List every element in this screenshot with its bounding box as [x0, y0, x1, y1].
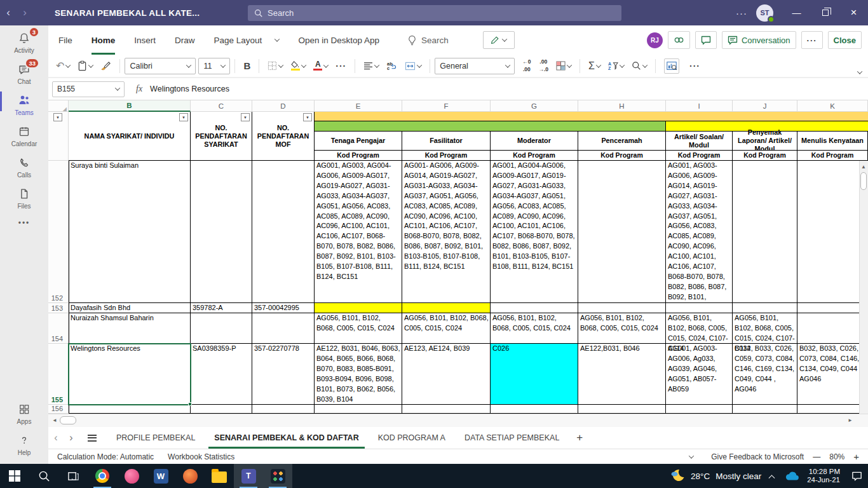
filter-button-B[interactable]: ▼ — [179, 113, 188, 121]
minimize-button[interactable]: — — [782, 0, 811, 25]
cell-D156[interactable] — [252, 405, 315, 414]
header-cell-F[interactable]: Fasilitator — [402, 132, 491, 151]
subheader-E[interactable]: Kod Program — [315, 151, 402, 161]
cell-E154[interactable]: AG056, B101, B102, B068, C005, C015, C02… — [315, 313, 402, 344]
workbook-statistics-button[interactable]: Workbook Statistics — [168, 452, 234, 461]
cell-B154[interactable]: Nuraizah Shamsul Baharin — [69, 313, 191, 344]
h-scrollbar[interactable] — [48, 414, 868, 427]
cell-C152[interactable] — [191, 161, 252, 303]
next-sheet-icon[interactable]: › — [64, 432, 79, 444]
cell-H153[interactable] — [578, 303, 666, 313]
cell-G154[interactable]: AG056, B101, B102, B068, C005, C015, C02… — [491, 313, 578, 344]
cell-B153[interactable]: Dayafasih Sdn Bhd — [69, 303, 191, 313]
undo-button[interactable]: ↶ — [56, 60, 70, 72]
select-all-corner[interactable]: ◢ — [48, 100, 69, 112]
zoom-out-button[interactable]: — — [813, 452, 820, 461]
band-green[interactable] — [315, 121, 666, 132]
action-center-icon[interactable] — [851, 470, 863, 482]
cell-F154[interactable]: AG056, B101, B102, B068, C005, C015, C02… — [402, 313, 491, 344]
font-color-button[interactable]: A — [313, 61, 328, 71]
v-scrollbar[interactable] — [859, 161, 868, 414]
decrease-decimal-button[interactable]: ←0.00 — [522, 59, 531, 72]
fill-color-button[interactable] — [290, 61, 306, 71]
column-header-F[interactable]: F — [402, 100, 491, 112]
cell-H155[interactable]: AE122,B031, B046 — [578, 344, 666, 405]
new-sheet-button[interactable]: + — [576, 431, 583, 444]
alignment-button[interactable] — [363, 62, 379, 70]
header-cell-I[interactable]: Artikel/ Soalan/ Modul — [666, 132, 733, 151]
header-cell-E[interactable]: Tenaga Pengajar — [315, 132, 402, 151]
weather-widget[interactable]: 28°C Mostly clear — [670, 468, 761, 484]
band-gold[interactable] — [315, 112, 868, 121]
column-header-D[interactable]: D — [252, 100, 315, 112]
cell-D155[interactable]: 357-02270778 — [252, 344, 315, 405]
row-header-154[interactable]: 154 — [48, 313, 69, 344]
autosum-button[interactable]: Σ — [588, 60, 600, 72]
toolbar-more-button[interactable]: ··· — [689, 61, 700, 71]
header-cell-H[interactable]: Penceramah — [578, 132, 666, 151]
avatar[interactable]: ST — [756, 4, 773, 22]
cell-B155[interactable]: Welingtons Resources — [69, 344, 191, 405]
hidden-icons-chevron-icon[interactable] — [769, 475, 775, 481]
cell-H154[interactable]: AG056, B101, B102, B068, C005, C015, C02… — [578, 313, 666, 344]
taskbar-app-orange-icon[interactable] — [175, 464, 205, 488]
cell-D152[interactable] — [252, 161, 315, 303]
cell-H152[interactable] — [578, 161, 666, 303]
subheader-K[interactable]: Kod Program — [797, 151, 868, 161]
sidebar-item-calls[interactable]: Calls — [0, 150, 48, 181]
cell-J153[interactable] — [733, 303, 797, 313]
all-sheets-icon[interactable] — [88, 435, 97, 442]
subheader-J[interactable]: Kod Program — [733, 151, 797, 161]
find-button[interactable] — [632, 61, 647, 71]
increase-decimal-button[interactable]: .00→.0 — [538, 59, 548, 72]
paste-button[interactable] — [78, 60, 93, 71]
close-workbook-button[interactable]: Close — [828, 31, 862, 49]
cell-I153[interactable] — [666, 303, 733, 313]
ribbon-more-button[interactable]: ··· — [801, 31, 823, 49]
formula-input[interactable]: Welingtons Resources — [150, 85, 229, 93]
close-window-button[interactable]: × — [839, 0, 868, 25]
onedrive-icon[interactable] — [782, 470, 799, 482]
conversation-button[interactable]: Conversation — [722, 31, 796, 49]
header-cell-B[interactable]: NAMA SYARIKAT/ INDIVIDU — [69, 112, 191, 161]
cell-G155[interactable]: C026 — [491, 344, 578, 405]
cell-K156[interactable] — [797, 405, 868, 414]
subheader-I[interactable]: Kod Program — [666, 151, 733, 161]
sort-filter-button[interactable]: AZ — [608, 61, 624, 71]
header-cell-K[interactable]: Menulis Kenyataan — [797, 132, 868, 151]
tab-draw[interactable]: Draw — [175, 25, 195, 55]
sidebar-item-chat[interactable]: 33 Chat — [0, 57, 48, 88]
bold-button[interactable]: B — [243, 60, 250, 71]
sheet-tab-kod-program-a[interactable]: KOD PROGRAM A — [369, 427, 455, 449]
taskbar-word-icon[interactable]: W — [146, 464, 175, 488]
cell-J152[interactable] — [733, 161, 797, 303]
share-link-button[interactable] — [668, 31, 690, 49]
task-view-button[interactable] — [58, 464, 88, 488]
cell-I155[interactable]: AG001, AG003-AG006, Ag033, AG039, AG046,… — [666, 344, 733, 405]
collapse-ribbon-icon[interactable] — [857, 69, 862, 74]
pen-tool-button[interactable] — [483, 31, 515, 49]
column-header-C[interactable]: C — [191, 100, 252, 112]
header-cell-G[interactable]: Moderator — [491, 132, 578, 151]
tab-home[interactable]: Home — [92, 25, 116, 55]
scroll-right-icon[interactable]: ► — [846, 416, 854, 425]
column-header-E[interactable]: E — [315, 100, 402, 112]
taskbar-app-pink-icon[interactable] — [117, 464, 146, 488]
titlebar-more-icon[interactable]: ··· — [731, 8, 752, 18]
cell-C155[interactable]: SA0398359-P — [191, 344, 252, 405]
row-header-153[interactable]: 153 — [48, 303, 69, 313]
cell-F152[interactable]: AG001- AG006, AG009-AG014, AG019-AG027, … — [402, 161, 491, 303]
cell-D153[interactable]: 357-00042995 — [252, 303, 315, 313]
cell-F156[interactable] — [402, 405, 491, 414]
taskbar-teams-icon[interactable]: T — [234, 464, 263, 488]
sidebar-item-help[interactable]: Help — [0, 428, 48, 464]
cell-F153[interactable] — [402, 303, 491, 313]
more-font-options-button[interactable]: ··· — [336, 61, 346, 71]
prev-sheet-icon[interactable]: ‹ — [48, 432, 64, 444]
borders-button[interactable] — [268, 61, 283, 71]
filter-button-a[interactable]: ▼ — [53, 113, 62, 121]
cell-J155[interactable]: B032, B033, C026, C059, C073, C084, C146… — [733, 344, 797, 405]
format-painter-button[interactable] — [100, 61, 111, 71]
taskbar-app-grid-icon[interactable] — [263, 464, 292, 488]
cell-F155[interactable]: AE123, AE124, B039 — [402, 344, 491, 405]
